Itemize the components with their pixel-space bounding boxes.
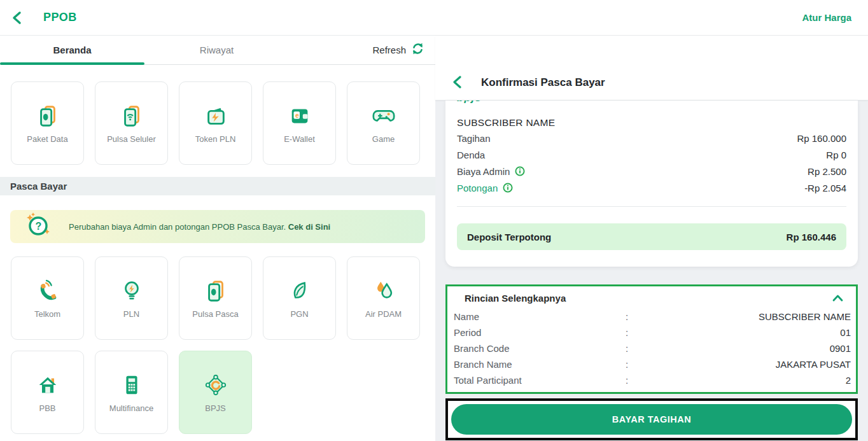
info-icon[interactable]	[515, 166, 525, 176]
svg-text:?: ?	[36, 221, 42, 232]
notice-banner[interactable]: ? Perubahan biaya Admin dan potongan PPO…	[10, 210, 425, 243]
tab-beranda[interactable]: Beranda	[0, 45, 144, 55]
subscriber-name: SUBSCRIBER NAME	[457, 117, 846, 129]
question-circle-icon: ?	[24, 212, 52, 241]
detail-row-total-participant: Total Participant : 2	[447, 372, 856, 388]
detail-colon: :	[626, 359, 638, 370]
service-card-label: PGN	[290, 309, 308, 319]
pgn-icon	[288, 278, 312, 304]
bill-value: -Rp 2.054	[804, 183, 846, 193]
deposit-terpotong-band: Deposit Terpotong Rp 160.446	[457, 223, 846, 250]
service-card-token-pln[interactable]: Token PLN	[179, 81, 252, 165]
detail-label: Branch Name	[454, 359, 626, 370]
bill-value: Rp 2.500	[808, 166, 846, 177]
service-card-paket-data[interactable]: Paket Data	[11, 81, 84, 165]
clipped-provider-logo: bpjs	[457, 101, 846, 107]
details-header[interactable]: Rincian Selengkapnya	[447, 286, 856, 309]
service-card-bpjs[interactable]: BPJS	[179, 351, 252, 434]
service-card-telkom[interactable]: Telkom	[11, 256, 84, 340]
service-card-label: Pulsa Pasca	[192, 309, 238, 319]
tab-riwayat[interactable]: Riwayat	[144, 45, 289, 55]
details-title: Rincian Selengkapnya	[465, 293, 566, 304]
service-card-label: BPJS	[205, 403, 226, 413]
bill-value: Rp 160.000	[797, 133, 846, 144]
tab-bar: Beranda Riwayat Refresh	[0, 36, 435, 65]
bill-label-text: Biaya Admin	[457, 166, 510, 177]
rincian-selengkapnya-box: Rincian Selengkapnya Name : SUBSCRIBER N…	[445, 284, 858, 394]
e-wallet-icon: e	[288, 103, 312, 129]
notice-message: Perubahan biaya Admin dan potongan PPOB …	[69, 222, 286, 232]
pascabayar-card-row-2: PBB Multifinance	[0, 351, 435, 434]
detail-value: 0901	[638, 343, 851, 354]
service-card-label: PBB	[39, 403, 55, 413]
detail-colon: :	[626, 311, 638, 322]
bill-row-potongan: Potongan -Rp 2.054	[457, 181, 846, 195]
bill-value: Rp 0	[826, 150, 846, 160]
pbb-icon	[36, 372, 60, 398]
bayar-tagihan-button[interactable]: BAYAR TAGIHAN	[451, 404, 852, 435]
bill-row-biaya-admin: Biaya Admin Rp 2.500	[457, 164, 846, 178]
pasca-bayar-section-header: Pasca Bayar	[0, 177, 435, 195]
service-card-label: Multifinance	[109, 403, 153, 413]
service-card-label: Pulsa Seluler	[107, 134, 156, 144]
service-card-pbb[interactable]: PBB	[11, 351, 84, 434]
service-card-air-pdam[interactable]: Air PDAM	[347, 256, 420, 340]
billing-summary-card: bpjs SUBSCRIBER NAME Tagihan Rp 160.000 …	[445, 101, 858, 267]
detail-label: Name	[454, 311, 626, 322]
chevron-up-icon[interactable]	[832, 295, 843, 302]
detail-label: Branch Code	[454, 343, 626, 354]
service-card-pulsa-seluler[interactable]: Pulsa Seluler	[95, 81, 168, 165]
service-card-pgn[interactable]: PGN	[263, 256, 336, 340]
info-icon[interactable]	[503, 183, 513, 193]
detail-row-period: Period : 01	[447, 325, 856, 340]
service-card-label: Telkom	[34, 309, 60, 319]
service-card-game[interactable]: Game	[347, 81, 420, 165]
refresh-icon	[412, 43, 424, 57]
active-tab-underline	[0, 62, 144, 65]
provider-logo-fragment: bpjs	[457, 101, 846, 104]
pln-icon	[120, 278, 144, 304]
bill-row-denda: Denda Rp 0	[457, 148, 846, 162]
left-panel: Beranda Riwayat Refresh	[0, 36, 435, 441]
service-card-pulsa-pasca[interactable]: Pulsa Pasca	[179, 256, 252, 340]
pascabayar-card-row-1: Telkom PLN	[0, 256, 435, 340]
ppob-app-window: PPOB Atur Harga Beranda Riwayat Refresh	[0, 0, 868, 441]
detail-value: JAKARTA PUSAT	[638, 359, 851, 370]
service-card-label: Paket Data	[27, 134, 67, 144]
summary-divider	[457, 206, 846, 207]
bill-label: Potongan	[457, 183, 513, 193]
service-card-label: Game	[372, 134, 395, 144]
pay-button-frame: BAYAR TAGIHAN	[445, 398, 858, 440]
service-card-label: Air PDAM	[365, 309, 402, 319]
prabayar-card-row: Paket Data Pulsa Seluler	[0, 81, 435, 165]
bill-label: Denda	[457, 150, 485, 160]
bill-label: Tagihan	[457, 133, 491, 144]
detail-value: 01	[638, 327, 851, 338]
token-pln-icon	[204, 103, 228, 129]
service-card-pln[interactable]: PLN	[95, 256, 168, 340]
detail-label: Total Participant	[454, 375, 626, 386]
atur-harga-link[interactable]: Atur Harga	[802, 12, 851, 23]
detail-colon: :	[626, 375, 638, 386]
detail-value: SUBSCRIBER NAME	[638, 311, 851, 322]
top-bar: PPOB Atur Harga	[0, 0, 868, 36]
telkom-icon	[36, 278, 60, 304]
bill-label: Biaya Admin	[457, 166, 525, 177]
detail-value: 2	[638, 375, 851, 386]
service-card-e-wallet[interactable]: e E-Wallet	[263, 81, 336, 165]
confirmation-header: Konfirmasi Pasca Bayar	[435, 36, 868, 101]
pulsa-seluler-icon	[120, 103, 144, 129]
game-icon	[372, 103, 396, 129]
air-pdam-icon	[372, 278, 396, 304]
deposit-value: Rp 160.446	[787, 232, 836, 242]
service-card-multifinance[interactable]: Multifinance	[95, 351, 168, 434]
panel-back-icon[interactable]	[452, 75, 467, 89]
multifinance-icon	[120, 372, 144, 398]
notice-link[interactable]: Cek di Sini	[288, 222, 330, 232]
detail-colon: :	[626, 343, 638, 354]
detail-row-branch-name: Branch Name : JAKARTA PUSAT	[447, 356, 856, 372]
pulsa-pasca-icon	[204, 278, 228, 304]
refresh-label: Refresh	[372, 45, 406, 55]
back-icon[interactable]	[9, 10, 25, 26]
refresh-button[interactable]: Refresh	[372, 43, 424, 57]
